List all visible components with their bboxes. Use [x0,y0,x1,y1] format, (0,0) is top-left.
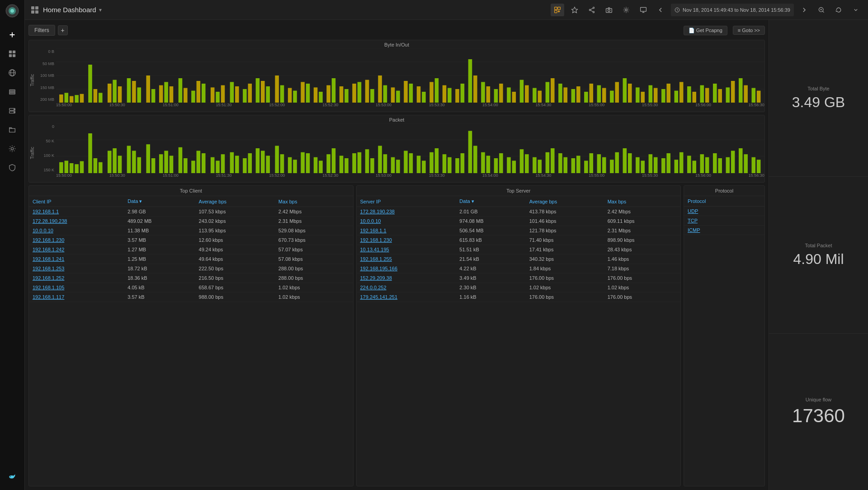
client-ip-cell[interactable]: 192.168.1.241 [29,254,124,264]
server-data-header[interactable]: Data ▾ [456,196,525,207]
client-ip-cell[interactable]: 192.168.1.242 [29,245,124,254]
client-ip-cell[interactable]: 192.168.1.230 [29,236,124,245]
goto-button[interactable]: ≡ Goto >> [733,26,765,35]
sidebar-item-dashboard[interactable] [4,45,21,62]
protocol-cell[interactable]: ICMP [684,226,764,235]
svg-rect-268 [731,151,735,174]
client-ip-cell[interactable]: 192.168.1.253 [29,264,124,273]
protocol-cell[interactable]: TCP [684,216,764,226]
protocol-header-row: Protocol [684,196,764,207]
svg-rect-151 [713,84,717,103]
settings-button[interactable] [619,4,633,16]
svg-rect-12 [9,93,15,94]
server-ip-cell[interactable]: 172.28.190.238 [357,207,456,217]
client-avg-cell: 12.60 kbps [195,236,275,245]
sidebar-item-settings[interactable] [4,140,21,157]
svg-rect-119 [507,87,511,103]
grid-icon [30,5,39,14]
prev-time-button[interactable] [654,4,667,16]
server-max-header[interactable]: Max bps [604,196,680,207]
client-ip-cell[interactable]: 192.168.1.105 [29,283,124,292]
app-logo[interactable] [5,4,19,18]
svg-rect-245 [584,161,588,174]
client-avg-cell: 216.50 bps [195,273,275,283]
svg-rect-206 [332,148,336,173]
monitor-button[interactable] [637,4,650,16]
star-button[interactable] [568,4,581,16]
server-ip-cell[interactable]: 224.0.0.252 [357,283,456,292]
sidebar-item-add[interactable] [4,26,21,43]
svg-rect-61 [132,81,136,103]
refresh-button[interactable] [832,4,845,16]
sidebar [0,0,25,490]
server-ip-cell[interactable]: 10.0.0.10 [357,217,456,226]
client-ip-cell[interactable]: 192.168.1.1 [29,207,124,217]
svg-rect-64 [151,89,156,103]
sidebar-item-network[interactable] [4,64,21,81]
server-data-cell: 1.16 kB [456,292,525,302]
sidebar-item-fish[interactable] [4,468,21,485]
server-ip-cell[interactable]: 192.168.195.166 [357,264,456,273]
byte-chart-xaxis: 15:50:00 15:50:30 15:51:00 15:51:30 15:5… [56,103,764,112]
top-server-table-scroll[interactable]: Server IP Data ▾ Average bps Max bps 172… [357,196,681,486]
sidebar-item-folder[interactable] [4,121,21,138]
next-time-button[interactable] [797,4,811,16]
svg-rect-269 [739,148,743,173]
table-row: 192.168.1.230 3.57 MB 12.60 kbps 670.73 … [29,236,353,245]
client-ip-cell[interactable]: 192.168.1.252 [29,273,124,283]
server-ip-header[interactable]: Server IP [357,196,456,207]
sidebar-item-shield[interactable] [4,159,21,176]
protocol-cell[interactable]: UDP [684,207,764,216]
server-ip-cell[interactable]: 152.29.209.38 [357,273,456,283]
top-client-table-scroll[interactable]: Client IP Data ▾ Average bps Max bps 192… [29,196,353,486]
svg-rect-57 [108,84,112,103]
server-max-cell: 28.43 kbps [604,245,680,254]
server-avg-header[interactable]: Average bps [526,196,604,207]
total-byte-label: Total Byte [807,86,829,91]
add-panel-button[interactable] [551,4,564,16]
server-ip-cell[interactable]: 10.13.41.195 [357,245,456,254]
server-max-cell: 1.02 kbps [604,283,680,292]
add-filter-button[interactable]: + [58,25,68,35]
client-ip-header[interactable]: Client IP [29,196,124,207]
camera-button[interactable] [602,4,616,16]
client-max-cell: 57.08 kbps [275,254,353,264]
packet-chart-title: Packet [29,115,764,123]
client-avg-cell: 988.00 bps [195,292,275,302]
svg-rect-216 [396,160,400,173]
protocol-table-scroll[interactable]: Protocol UDPTCPICMP [684,196,764,486]
share-button[interactable] [585,4,599,16]
zoom-button[interactable] [815,4,828,16]
server-ip-cell[interactable]: 179.245.141.251 [357,292,456,302]
client-max-cell: 670.73 kbps [275,236,353,245]
svg-rect-124 [538,91,542,103]
sidebar-item-layers[interactable] [4,83,21,100]
svg-point-30 [589,9,590,10]
svg-rect-227 [468,131,472,174]
svg-rect-6 [13,54,15,57]
svg-rect-196 [266,156,270,174]
get-pcapng-button[interactable]: 📄 Get Pcapng [684,26,727,35]
table-row: 192.168.195.166 4.22 kB 1.84 kbps 7.18 k… [357,264,681,273]
client-max-header[interactable]: Max bps [275,196,353,207]
server-ip-cell[interactable]: 192.168.1.230 [357,236,456,245]
client-data-header[interactable]: Data ▾ [124,196,195,207]
client-ip-cell[interactable]: 192.168.1.117 [29,292,124,302]
client-ip-cell[interactable]: 172.28.190.238 [29,217,124,226]
server-ip-cell[interactable]: 192.168.1.255 [357,254,456,264]
svg-rect-88 [306,84,310,103]
svg-rect-115 [481,82,485,103]
server-avg-cell: 71.40 kbps [526,236,604,245]
server-ip-cell[interactable]: 192.168.1.1 [357,226,456,236]
sidebar-item-server[interactable] [4,102,21,119]
protocol-col-header[interactable]: Protocol [684,196,764,207]
svg-rect-266 [718,158,722,173]
filters-button[interactable]: Filters [28,25,55,36]
client-ip-cell[interactable]: 10.0.0.10 [29,226,124,236]
svg-rect-93 [340,86,344,103]
svg-rect-215 [391,157,395,173]
svg-rect-181 [170,156,174,174]
svg-rect-166 [75,164,79,173]
more-button[interactable] [849,4,863,16]
client-avg-header[interactable]: Average bps [195,196,275,207]
